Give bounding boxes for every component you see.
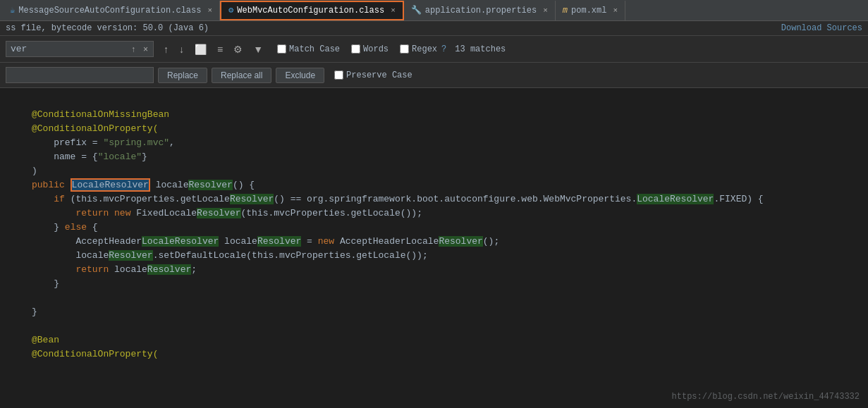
code-line-18: @Bean: [0, 333, 868, 347]
move-up-button[interactable]: ↑: [159, 42, 173, 57]
code-line-15: [0, 291, 868, 305]
replace-all-button[interactable]: Replace all: [212, 68, 271, 83]
code-line-3: @ConditionalOnProperty(: [0, 122, 868, 136]
download-sources-button[interactable]: Download Sources: [781, 23, 862, 33]
code-line-5: name = {"locale"}: [0, 150, 868, 164]
tab-pom[interactable]: m pom.xml ×: [556, 1, 625, 20]
code-line-2: @ConditionalOnMissingBean: [0, 108, 868, 122]
tab-bar: ☕ MessageSourceAutoConfiguration.class ×…: [0, 0, 868, 21]
search-options: Match Case Words Regex ?: [277, 44, 446, 54]
tab-icon-webmvc: ⚙: [228, 5, 233, 16]
match-case-checkbox[interactable]: [277, 44, 286, 54]
status-bar: ss file, bytecode version: 50.0 (Java 6)…: [0, 21, 868, 36]
tab-close-application[interactable]: ×: [543, 6, 548, 15]
replace-input[interactable]: [6, 67, 154, 83]
matches-count: 13 matches: [455, 44, 506, 54]
replace-button[interactable]: Replace: [158, 68, 207, 83]
preserve-case-option[interactable]: Preserve Case: [334, 70, 412, 80]
code-line-11: AcceptHeaderLocaleResolver localeResolve…: [0, 235, 868, 249]
code-line-13: return localeResolver;: [0, 263, 868, 277]
tab-icon-pom: m: [563, 6, 568, 16]
tab-icon-application: 🔧: [411, 5, 422, 16]
options-button[interactable]: ⚙: [229, 42, 247, 57]
search-prev-button[interactable]: ↑: [128, 43, 138, 56]
search-clear-button[interactable]: ×: [140, 43, 151, 56]
search-input-wrapper: ↑ ×: [6, 41, 154, 57]
tab-close-pom[interactable]: ×: [613, 6, 618, 15]
code-line-17: [0, 319, 868, 333]
regex-checkbox[interactable]: [400, 44, 409, 54]
filter-button[interactable]: ≡: [213, 42, 227, 57]
move-down-button[interactable]: ↓: [175, 42, 188, 57]
code-line-6: ): [0, 164, 868, 178]
words-checkbox[interactable]: [351, 44, 360, 54]
exclude-button[interactable]: Exclude: [276, 68, 324, 83]
code-line-12: localeResolver.setDefaultLocale(this.mvc…: [0, 249, 868, 263]
tab-messagesource[interactable]: ☕ MessageSourceAutoConfiguration.class ×: [3, 1, 220, 20]
code-line-14: }: [0, 277, 868, 291]
words-option[interactable]: Words: [351, 44, 389, 54]
code-line-19: @ConditionalOnProperty(: [0, 347, 868, 361]
code-line-16: }: [0, 305, 868, 319]
match-case-option[interactable]: Match Case: [277, 44, 340, 54]
search-tools: ↑ ↓ ⬜ ≡ ⚙ ▼: [159, 42, 267, 57]
status-text: ss file, bytecode version: 50.0 (Java 6): [6, 23, 209, 33]
search-bar: ↑ × ↑ ↓ ⬜ ≡ ⚙ ▼ Match Case Words Regex ?…: [0, 36, 868, 63]
code-area: @ConditionalOnMissingBean @ConditionalOn…: [0, 88, 868, 403]
tab-application[interactable]: 🔧 application.properties ×: [404, 1, 556, 20]
preserve-case-checkbox[interactable]: [334, 70, 343, 80]
funnel-button[interactable]: ▼: [249, 42, 267, 57]
tab-webmvc[interactable]: ⚙ WebMvcAutoConfiguration.class ×: [220, 1, 404, 20]
tab-icon-messagesource: ☕: [10, 5, 15, 16]
code-line-1: [0, 94, 868, 108]
code-line-8: if (this.mvcProperties.getLocaleResolver…: [0, 192, 868, 206]
code-line-7: public LocaleResolver localeResolver() {: [0, 178, 868, 192]
code-line-4: prefix = "spring.mvc",: [0, 136, 868, 150]
code-line-10: } else {: [0, 221, 868, 235]
tab-close-webmvc[interactable]: ×: [391, 6, 396, 15]
regex-option[interactable]: Regex ?: [400, 44, 446, 54]
bottom-url: https://blog.csdn.net/weixin_44743332: [664, 390, 868, 403]
replace-bar: Replace Replace all Exclude Preserve Cas…: [0, 63, 868, 88]
expand-button[interactable]: ⬜: [190, 42, 211, 57]
code-line-9: return new FixedLocaleResolver(this.mvcP…: [0, 206, 868, 221]
tab-close-messagesource[interactable]: ×: [207, 6, 212, 15]
